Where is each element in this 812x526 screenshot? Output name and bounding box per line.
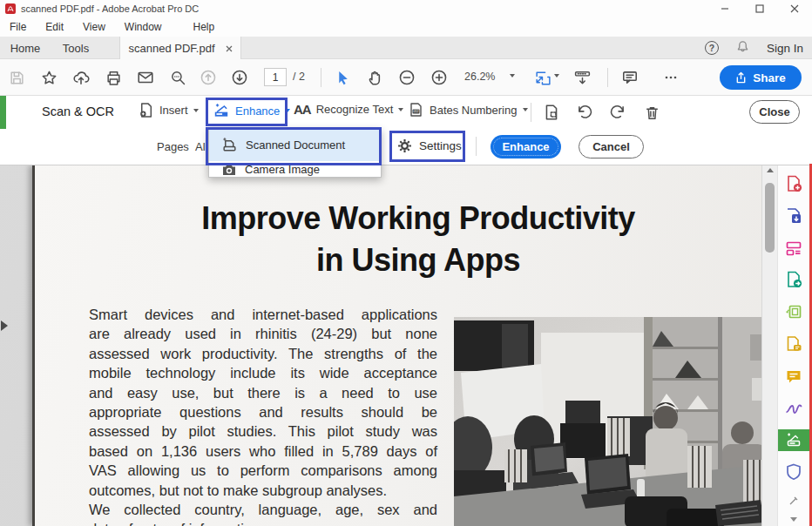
menu-window[interactable]: Window (115, 17, 172, 37)
tab-document[interactable]: scanned PDF.pdf (119, 37, 241, 59)
bates-numbering-button[interactable]: 012 Bates Numbering (408, 102, 528, 118)
find-icon[interactable] (165, 64, 191, 91)
meeting-room-photo (454, 317, 776, 526)
scanbar-separator (531, 103, 531, 122)
scroll-up-icon[interactable] (767, 168, 774, 172)
page-width-tool-icon[interactable] (569, 64, 595, 91)
hand-tool-icon[interactable] (362, 64, 388, 91)
pages-scope-value[interactable]: All (195, 140, 207, 153)
scan-ocr-toolbar: Scan & OCR Insert Enhance AA Recognize T… (0, 96, 812, 129)
menu-edit[interactable]: Edit (36, 17, 73, 37)
insert-caret (193, 109, 199, 112)
document-text-line: VAS allowing us to perform comparisons a… (89, 461, 437, 480)
share-button[interactable]: Share (720, 65, 802, 90)
sidebar-tool-combine-files[interactable] (778, 296, 810, 328)
sidebar-tool-organize-pages[interactable] (778, 328, 810, 361)
title-bar: scanned PDF.pdf - Adobe Acrobat Pro DC (0, 0, 812, 17)
minimize-button[interactable] (707, 0, 742, 17)
recognize-text-button[interactable]: AA Recognize Text (294, 102, 403, 117)
previous-page-icon[interactable] (195, 64, 221, 91)
tab-tools[interactable]: Tools (51, 37, 101, 59)
sign-in-link[interactable]: Sign In (767, 42, 803, 55)
close-scan-ocr-button[interactable]: Close (749, 100, 800, 124)
sidebar-tool-fill-and-sign[interactable] (778, 392, 810, 424)
select-tool-icon[interactable] (329, 64, 355, 91)
insert-button[interactable]: Insert (138, 102, 199, 118)
edit-pdf-icon (784, 239, 803, 258)
close-window-button[interactable] (777, 0, 812, 17)
sidebar-tool-scan-and-ocr[interactable] (778, 429, 810, 451)
chevron-down-icon (790, 517, 797, 522)
sidebar-tool-edit-pdf[interactable] (778, 232, 810, 264)
menu-item-camera-image[interactable]: Camera Image (209, 161, 381, 178)
document-paragraph: Smart devices and internet-based applica… (89, 305, 437, 526)
left-panel-handle-icon[interactable] (1, 320, 8, 331)
cancel-button[interactable]: Cancel (579, 135, 644, 158)
notifications-bell-icon[interactable] (736, 40, 749, 56)
menu-file[interactable]: File (0, 17, 36, 37)
menu-view[interactable]: View (73, 17, 115, 37)
scan-ocr-subtoolbar: Pages All Settings Enhance Cancel (0, 129, 812, 165)
sidebar-tool-comment[interactable] (778, 360, 810, 392)
page-number-input[interactable] (264, 68, 287, 86)
settings-button[interactable]: Settings (396, 138, 462, 154)
sidebar-tool-protect[interactable] (778, 456, 810, 489)
main-toolbar: / 2 26.2% Share (0, 59, 812, 96)
help-icon[interactable]: ? (705, 41, 719, 55)
insert-page-icon (138, 102, 154, 118)
document-text-line: assessed work productivity. The strength… (89, 344, 437, 363)
redo-icon[interactable] (605, 99, 631, 125)
recognize-text-icon: AA (294, 102, 311, 117)
maximize-button[interactable] (742, 0, 777, 17)
document-heading-line1: Improve Working Productivity (78, 200, 758, 237)
document-text-line: and easy use, but there is a need to use (89, 383, 437, 402)
enhance-button[interactable]: Enhance (213, 102, 290, 119)
organize-pages-icon (784, 334, 803, 354)
sidebar-tool-more-tools[interactable] (778, 489, 810, 513)
enhance-icon (213, 102, 230, 119)
document-text-line: based on 1,136 users who filled in 5,789… (89, 442, 437, 461)
save-icon[interactable] (3, 64, 30, 91)
vertical-scrollbar[interactable] (761, 165, 777, 526)
fit-width-icon[interactable] (530, 64, 556, 91)
print-icon[interactable] (100, 64, 126, 91)
create-pdf-icon (784, 174, 803, 193)
tab-home[interactable]: Home (0, 37, 51, 59)
zoom-level-value[interactable]: 26.2% (464, 71, 495, 83)
crop-pages-icon[interactable] (538, 99, 565, 125)
document-text-line: Smart devices and internet-based applica… (89, 305, 437, 324)
document-tab-label: scanned PDF.pdf (128, 42, 214, 55)
fill-and-sign-icon (784, 398, 803, 417)
fit-dropdown-caret[interactable] (554, 74, 559, 78)
sidebar-tool-create-pdf[interactable] (778, 168, 810, 200)
more-options-icon[interactable] (658, 64, 684, 91)
zoom-dropdown-caret[interactable] (510, 74, 515, 78)
document-text-line: data of entry of information (89, 519, 437, 526)
menu-help[interactable]: Help (184, 17, 225, 37)
sidebar-tool-send-pdf[interactable] (778, 264, 810, 296)
scanned-document-icon (221, 137, 238, 153)
svg-text:012: 012 (414, 110, 419, 113)
zoom-in-icon[interactable] (426, 64, 452, 91)
scrollbar-thumb[interactable] (765, 183, 775, 253)
delete-pages-icon[interactable] (639, 99, 665, 125)
rail-expand-button[interactable] (778, 513, 810, 526)
email-icon[interactable] (132, 64, 159, 91)
cloud-upload-icon[interactable] (68, 64, 94, 91)
sidebar-tool-export-pdf[interactable] (778, 200, 810, 233)
combine-files-icon (784, 302, 803, 321)
menu-item-scanned-document[interactable]: Scanned Document (209, 129, 381, 161)
star-icon[interactable] (36, 64, 62, 91)
next-page-icon[interactable] (227, 64, 253, 91)
export-pdf-icon (784, 206, 803, 226)
comment-icon[interactable] (617, 64, 643, 91)
zoom-out-icon[interactable] (394, 64, 420, 91)
document-viewport[interactable]: Improve Working Productivity in Using Ap… (0, 165, 777, 526)
close-tab-icon[interactable] (226, 42, 233, 55)
bates-caret (523, 108, 528, 111)
menu-bar: File Edit View Window Help (0, 17, 812, 37)
enhance-apply-button[interactable]: Enhance (491, 135, 561, 158)
undo-icon[interactable] (572, 99, 598, 125)
subbar-separator (476, 137, 477, 156)
acrobat-window: scanned PDF.pdf - Adobe Acrobat Pro DC F… (0, 0, 812, 526)
